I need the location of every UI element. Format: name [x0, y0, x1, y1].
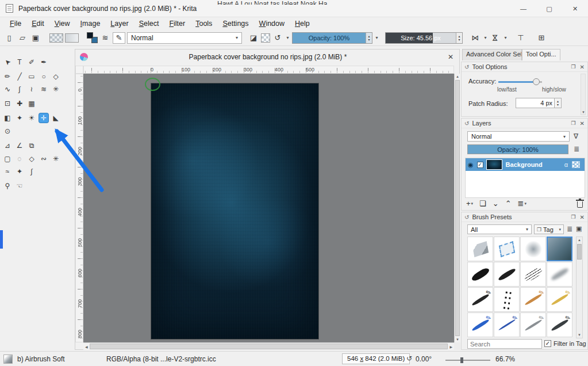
- accuracy-slider[interactable]: [498, 81, 542, 83]
- float-docker-icon[interactable]: ❐: [571, 64, 576, 70]
- layer-thumbnail[interactable]: [487, 160, 502, 169]
- brush-preset-3[interactable]: [520, 237, 546, 261]
- layer-checkbox[interactable]: ✓: [477, 162, 483, 168]
- minimize-button[interactable]: —: [510, 0, 536, 17]
- horizontal-scroll-thumb[interactable]: [90, 344, 448, 349]
- scroll-down-icon[interactable]: ▼: [582, 110, 585, 114]
- duplicate-layer-button[interactable]: ❏: [479, 199, 486, 208]
- layer-opacity-slider[interactable]: Opacity: 100%: [467, 144, 568, 154]
- polygon-select-tool[interactable]: ◇: [27, 154, 36, 163]
- patch-radius-spinbox[interactable]: 4 px ▴▾: [516, 98, 562, 108]
- menu-settings[interactable]: Settings: [217, 18, 253, 29]
- pan-tool[interactable]: ☜: [15, 181, 24, 190]
- bezier-curve-tool[interactable]: ∫: [15, 85, 24, 94]
- close-docker-icon[interactable]: ✕: [580, 64, 585, 70]
- polyline-tool[interactable]: ∿: [3, 85, 12, 94]
- workspace-chooser-icon[interactable]: ≋: [99, 32, 111, 44]
- trim-to-image-icon[interactable]: ⊤: [515, 32, 526, 44]
- brush-preset-4[interactable]: [547, 237, 572, 261]
- tag-button[interactable]: ❐ Tag ▾: [534, 224, 564, 234]
- zoom-slider[interactable]: [445, 360, 490, 361]
- preserve-alpha-icon[interactable]: [261, 33, 270, 43]
- move-layer-down-button[interactable]: ⌄: [493, 199, 499, 208]
- menu-layer[interactable]: Layer: [105, 18, 133, 29]
- vertical-scrollbar[interactable]: ▲ ▼: [454, 74, 460, 342]
- layer-inherit-alpha-icon[interactable]: [572, 161, 580, 168]
- rotation-value[interactable]: 0.00°: [416, 355, 432, 363]
- crop-tool[interactable]: ▦: [27, 99, 36, 108]
- preset-search-input[interactable]: [467, 339, 542, 349]
- brush-preset-7[interactable]: [520, 262, 546, 287]
- brush-preset-2[interactable]: [494, 237, 520, 261]
- brush-preset-5[interactable]: [467, 262, 493, 287]
- menu-edit[interactable]: Edit: [26, 18, 49, 29]
- freehand-path-tool[interactable]: ≀: [27, 85, 36, 94]
- brush-preset-12[interactable]: ✏: [547, 287, 572, 312]
- menu-window[interactable]: Window: [254, 18, 290, 29]
- size-slider-spinner[interactable]: ▴▾: [456, 33, 462, 43]
- text-tool[interactable]: T: [15, 58, 24, 67]
- add-layer-button[interactable]: +▾: [466, 199, 473, 208]
- opacity-caret-icon[interactable]: ▾: [374, 35, 379, 40]
- open-document-icon[interactable]: ▱: [17, 32, 28, 44]
- menu-select[interactable]: Select: [134, 18, 164, 29]
- similar-select-tool[interactable]: ≈: [3, 167, 12, 176]
- patch-radius-spinner[interactable]: ▴▾: [554, 98, 561, 108]
- layer-properties-button[interactable]: ≣▾: [518, 199, 526, 208]
- brush-preset-1[interactable]: [467, 237, 493, 261]
- line-tool[interactable]: ╱: [15, 72, 24, 81]
- canvas-image[interactable]: [151, 83, 318, 339]
- zoom-slider-handle[interactable]: [460, 357, 463, 363]
- accuracy-slider-handle[interactable]: [533, 78, 540, 85]
- color-sampler-tool[interactable]: ✦: [15, 113, 24, 123]
- scroll-up-icon[interactable]: ▲: [578, 238, 581, 242]
- magnetic-select-tool[interactable]: ✳: [51, 154, 60, 163]
- new-document-icon[interactable]: ▯: [3, 32, 15, 44]
- spin-down-icon[interactable]: ▾: [557, 103, 559, 106]
- zoom-level[interactable]: 66.7%: [495, 355, 515, 363]
- foreground-background-colors[interactable]: [87, 32, 98, 43]
- vertical-scroll-thumb[interactable]: [455, 80, 460, 336]
- layers-menu-icon[interactable]: ≣: [574, 145, 579, 153]
- multibrush-tool[interactable]: ✳: [51, 85, 60, 94]
- scroll-down-icon[interactable]: ▼: [456, 338, 459, 341]
- opacity-slider[interactable]: Opacity: 100%▴▾: [292, 32, 372, 44]
- opacity-slider-spinner[interactable]: ▴▾: [366, 33, 372, 43]
- menu-file[interactable]: File: [5, 18, 26, 29]
- scroll-right-icon[interactable]: ▶: [449, 345, 452, 349]
- horizontal-scrollbar[interactable]: ◀ ▶: [83, 342, 454, 350]
- size-slider[interactable]: Size: 45.56 px▴▾: [385, 32, 463, 44]
- transform-tool[interactable]: ⊡: [3, 99, 12, 108]
- menu-view[interactable]: View: [49, 18, 75, 29]
- delete-layer-button[interactable]: [577, 199, 583, 208]
- brush-preset-16[interactable]: ✏: [547, 312, 572, 337]
- layer-filter-icon[interactable]: ∇: [574, 132, 578, 140]
- docker-tab-1[interactable]: Advanced Color Sele...: [462, 49, 522, 60]
- presets-view-icon[interactable]: ▣: [576, 225, 582, 232]
- maximize-button[interactable]: ▢: [536, 0, 562, 17]
- show-grid-icon[interactable]: ⊞: [536, 32, 547, 44]
- smart-patch-tool[interactable]: ✛: [39, 113, 48, 123]
- menu-help[interactable]: Help: [290, 18, 315, 29]
- menu-image[interactable]: Image: [75, 18, 106, 29]
- layer-name[interactable]: Background: [506, 161, 543, 168]
- layer-alpha-icon[interactable]: α: [564, 161, 568, 168]
- brush-preset-8[interactable]: [547, 262, 572, 287]
- rectangle-tool[interactable]: ▭: [27, 72, 36, 81]
- brush-preset-9[interactable]: ✏: [467, 287, 493, 312]
- contiguous-select-tool[interactable]: ✦: [15, 167, 24, 176]
- ellipse-tool[interactable]: ○: [39, 72, 48, 81]
- measure-tool[interactable]: ∠: [15, 141, 24, 150]
- float-docker-icon[interactable]: ❐: [571, 120, 576, 126]
- mirror-vertical-icon[interactable]: ⋈: [490, 32, 501, 44]
- gradient-tool[interactable]: ◧: [3, 113, 12, 123]
- close-docker-icon[interactable]: ✕: [580, 214, 585, 220]
- eraser-mode-icon[interactable]: ◪: [248, 32, 259, 44]
- brush-preset-11[interactable]: ✏: [520, 287, 546, 312]
- reload-original-preset-icon[interactable]: ↺: [272, 32, 283, 44]
- polygon-tool[interactable]: ◇: [51, 72, 60, 81]
- save-document-icon[interactable]: ▣: [30, 32, 41, 44]
- scroll-left-icon[interactable]: ◀: [85, 345, 88, 349]
- calligraphy-tool[interactable]: ✒: [39, 58, 48, 67]
- mirror-horizontal-icon[interactable]: ⋈: [470, 32, 481, 44]
